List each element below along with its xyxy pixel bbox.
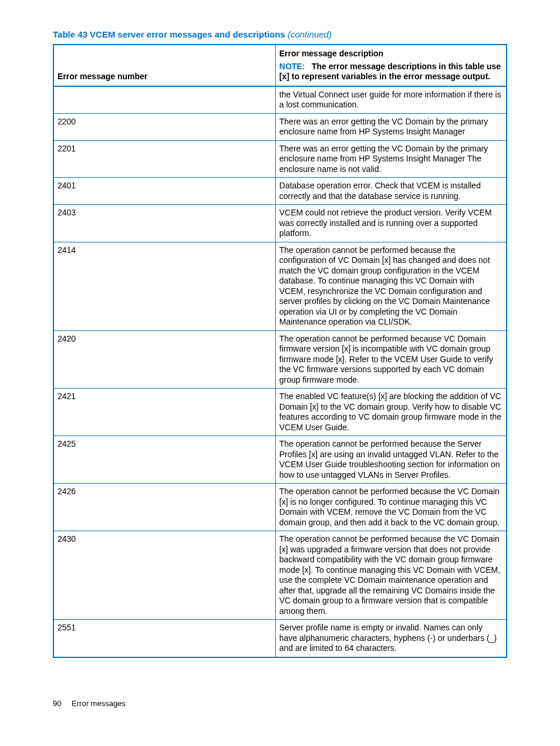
page-footer: 90 Error messages [53,699,507,708]
cell-error-number: 2200 [53,113,275,140]
cell-error-number: 2414 [53,242,275,330]
cell-error-description: VCEM could not retrieve the product vers… [275,205,507,242]
cell-error-number: 2421 [53,389,275,436]
cell-error-number: 2430 [53,531,275,620]
caption-text: Table 43 VCEM server error messages and … [53,29,285,39]
page-number: 90 [53,699,61,708]
table-caption: Table 43 VCEM server error messages and … [53,29,507,39]
table-row: 2201There was an error getting the VC Do… [53,140,507,178]
cell-error-number: 2426 [53,484,275,531]
table-row: 2425The operation cannot be performed be… [53,436,507,484]
cell-error-description: The operation cannot be performed becaus… [275,436,507,484]
error-messages-table: Error message number Error message descr… [53,44,507,658]
header-error-number: Error message number [53,45,275,86]
cell-error-description: Server profile name is empty or invalid.… [275,620,507,657]
table-row: 2403VCEM could not retrieve the product … [53,205,507,242]
caption-continued: (continued) [288,29,332,39]
cell-error-description: The operation cannot be performed becaus… [275,484,507,531]
cell-error-description: There was an error getting the VC Domain… [275,113,507,140]
table-row: the Virtual Connect user guide for more … [53,86,507,114]
footer-section: Error messages [72,699,126,708]
table-header-row: Error message number Error message descr… [53,45,507,86]
cell-error-number: 2401 [53,178,275,205]
cell-error-number: 2420 [53,330,275,389]
header-error-description: Error message description NOTE: The erro… [275,45,507,86]
cell-error-description: The enabled VC feature(s) [x] are blocki… [275,389,507,436]
table-row: 2430The operation cannot be performed be… [53,531,507,620]
cell-error-number: 2551 [53,620,275,657]
cell-error-description: The operation cannot be performed becaus… [275,242,507,330]
cell-error-number: 2201 [53,140,275,178]
header-note-text: The error message descriptions in this t… [279,62,501,82]
cell-error-description: The operation cannot be performed becaus… [275,330,507,389]
header-description-title: Error message description [279,49,501,59]
table-row: 2200There was an error getting the VC Do… [53,113,507,140]
cell-error-number [53,86,275,114]
table-row: 2414The operation cannot be performed be… [53,242,507,330]
cell-error-description: There was an error getting the VC Domain… [275,140,507,178]
cell-error-description: Database operation error. Check that VCE… [275,178,507,205]
cell-error-number: 2425 [53,436,275,484]
cell-error-description: the Virtual Connect user guide for more … [275,86,507,114]
table-row: 2426The operation cannot be performed be… [53,484,507,531]
cell-error-description: The operation cannot be performed becaus… [275,531,507,620]
header-note-label: NOTE: [279,62,305,71]
table-body: the Virtual Connect user guide for more … [53,86,507,657]
table-row: 2420The operation cannot be performed be… [53,330,507,389]
table-row: 2551Server profile name is empty or inva… [53,620,507,657]
table-row: 2401Database operation error. Check that… [53,178,507,205]
cell-error-number: 2403 [53,205,275,242]
table-row: 2421The enabled VC feature(s) [x] are bl… [53,389,507,436]
